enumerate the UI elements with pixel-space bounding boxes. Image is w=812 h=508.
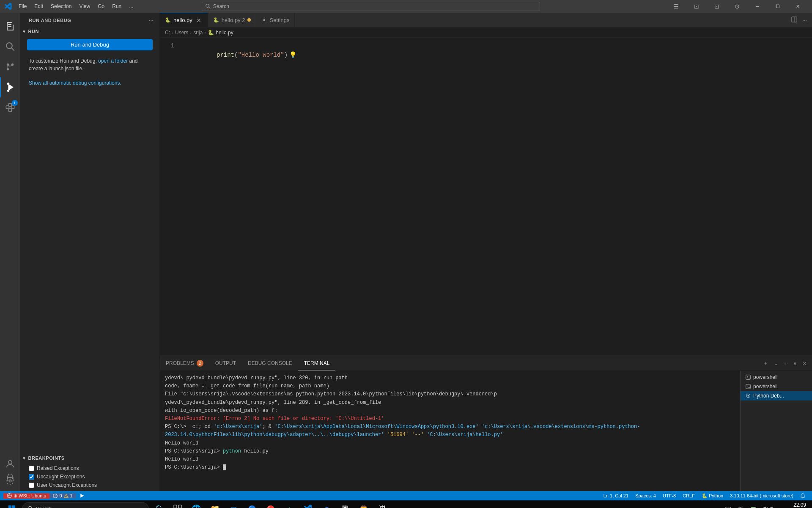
terminal-panel-powershell1[interactable]: powershell <box>741 373 812 382</box>
activity-icon-extensions[interactable]: 1 <box>0 97 20 118</box>
raised-exceptions-checkbox[interactable] <box>29 466 34 471</box>
terminal-tab-terminal[interactable]: TERMINAL <box>298 356 336 370</box>
terminal-close-button[interactable]: ✕ <box>801 359 809 368</box>
taskbar-search[interactable]: Search <box>22 502 149 508</box>
svg-point-32 <box>55 497 55 497</box>
menu-file[interactable]: File <box>15 3 30 10</box>
user-uncaught-exceptions-checkbox[interactable] <box>29 483 34 488</box>
taskbar-lang[interactable]: ENG <box>761 500 776 508</box>
tab-close-hello1[interactable]: ✕ <box>195 17 203 24</box>
menu-run[interactable]: Run <box>109 3 125 10</box>
status-notifications[interactable] <box>797 493 809 499</box>
code-content-1[interactable]: print("Hello world")💡 <box>181 41 812 69</box>
terminal-tab-problems[interactable]: PROBLEMS 2 <box>160 356 209 370</box>
breakpoints-section-header[interactable]: ▼ BREAKPOINTS <box>20 454 159 462</box>
terminal-line-3: File "c:\Users\srija\.vscode\extensions\… <box>165 390 735 398</box>
show-debug-configs-link[interactable]: Show all automatic debug configurations. <box>29 80 121 86</box>
breadcrumb-drive[interactable]: C: <box>165 30 170 36</box>
run-debug-button[interactable]: Run and Debug <box>27 39 153 50</box>
status-remote[interactable]: ⊕ WSL: Ubuntu <box>3 493 49 499</box>
layout-toggle-1[interactable]: ☰ <box>667 0 686 13</box>
main-layout: 1 RUN AND DEBUG ··· ▼ RUN Run and Debug … <box>0 13 812 491</box>
taskbar-app-mail[interactable]: ✉ <box>225 500 242 508</box>
terminal-tabs: PROBLEMS 2 OUTPUT DEBUG CONSOLE TERMINAL… <box>160 356 812 371</box>
taskbar-search-placeholder: Search <box>36 506 52 508</box>
status-errors[interactable]: 0 1 <box>49 493 76 498</box>
status-python-version[interactable]: 3.10.11 64-bit (microsoft store) <box>727 493 797 499</box>
breakpoints-section-label: BREAKPOINTS <box>28 456 64 461</box>
svg-rect-3 <box>7 22 8 30</box>
activity-icon-explorer[interactable] <box>0 16 20 36</box>
activity-icon-search[interactable] <box>0 36 20 57</box>
restore-button[interactable]: ⧠ <box>768 0 787 13</box>
breakpoints-chevron-icon: ▼ <box>22 456 26 461</box>
activity-icon-settings[interactable] <box>0 471 20 491</box>
taskbar-battery[interactable] <box>748 500 759 508</box>
menu-go[interactable]: Go <box>94 3 108 10</box>
terminal-panel-python-debug[interactable]: Python Deb... <box>741 391 812 400</box>
activity-icon-run-debug[interactable] <box>0 77 20 97</box>
layout-toggle-2[interactable]: ⊡ <box>687 0 706 13</box>
terminal-output[interactable]: ydevd\_pydevd_bundle\pydevd_runpy.py", l… <box>160 371 740 491</box>
more-options-icon[interactable]: ··· <box>148 17 154 24</box>
windows-start-button[interactable] <box>3 500 20 508</box>
menu-view[interactable]: View <box>76 3 93 10</box>
taskbar-app-taskview[interactable] <box>169 500 186 508</box>
terminal-panel-powershell2[interactable]: powershell <box>741 382 812 391</box>
breakpoint-uncaught: Uncaught Exceptions <box>20 472 159 481</box>
taskbar-app-explorer[interactable]: 📁 <box>206 500 223 508</box>
taskbar-app-chrome[interactable]: ⊕ <box>318 500 335 508</box>
split-editor-button[interactable] <box>790 15 799 25</box>
terminal-content-area: ydevd\_pydevd_bundle\pydevd_runpy.py", l… <box>160 371 812 491</box>
minimize-button[interactable]: ─ <box>748 0 767 13</box>
layout-toggle-3[interactable]: ⊡ <box>707 0 727 13</box>
taskbar-app-onenote[interactable]: 📓 <box>337 500 354 508</box>
svg-point-29 <box>748 395 749 397</box>
breadcrumb-users[interactable]: Users <box>175 30 188 36</box>
taskbar-app-pinned2[interactable]: 🔴 <box>262 500 279 508</box>
terminal-line-output1: Hello world <box>165 439 735 447</box>
titlebar-search[interactable]: Search <box>202 2 540 11</box>
menu-more[interactable]: ... <box>126 3 137 10</box>
code-bulb-icon[interactable]: 💡 <box>289 52 296 58</box>
terminal-tab-debug-console[interactable]: DEBUG CONSOLE <box>242 356 298 370</box>
run-section-header[interactable]: ▼ RUN <box>20 27 159 36</box>
terminal-more-button[interactable]: ··· <box>782 359 790 368</box>
terminal-tab-output[interactable]: OUTPUT <box>209 356 242 370</box>
tab-hello1[interactable]: 🐍 hello.py ✕ <box>160 13 208 27</box>
taskbar-app-photos[interactable]: 🖼 <box>374 500 391 508</box>
status-language[interactable]: 🐍 Python <box>698 493 727 499</box>
layout-toggle-4[interactable]: ⊙ <box>727 0 747 13</box>
taskbar-app-weather[interactable]: 🌤 <box>151 500 167 508</box>
terminal-maximize-button[interactable]: ∧ <box>791 359 799 368</box>
tab-hello2[interactable]: 🐍 hello.py 2 <box>208 13 257 27</box>
open-folder-link[interactable]: open a folder <box>98 58 128 64</box>
terminal-split-button[interactable]: ⌄ <box>772 359 780 368</box>
sidebar-header-icons: ··· <box>148 17 154 24</box>
breadcrumb-filename[interactable]: 🐍 hello.py <box>208 30 233 36</box>
status-encoding[interactable]: UTF-8 <box>659 493 679 499</box>
terminal-new-button[interactable]: ＋ <box>761 358 770 369</box>
taskbar-volume[interactable] <box>735 500 746 508</box>
status-position[interactable]: Ln 1, Col 21 <box>600 493 632 499</box>
breadcrumb-user-name[interactable]: srija <box>193 30 203 36</box>
taskbar-app-brave[interactable]: 🦁 <box>355 500 372 508</box>
code-editor[interactable]: 1 print("Hello world")💡 <box>160 38 812 356</box>
activity-icon-source-control[interactable] <box>0 57 20 77</box>
tab-settings[interactable]: Settings <box>256 13 295 27</box>
menu-edit[interactable]: Edit <box>31 3 47 10</box>
more-editor-actions-button[interactable]: ··· <box>801 15 809 25</box>
status-run-debug[interactable] <box>76 493 88 498</box>
taskbar-app-pinned1[interactable]: 🔵 <box>244 500 261 508</box>
breakpoint-raised: Raised Exceptions <box>20 464 159 472</box>
uncaught-exceptions-checkbox[interactable] <box>29 474 34 480</box>
taskbar-app-edge[interactable]: 🌐 <box>188 500 205 508</box>
status-line-ending[interactable]: CRLF <box>679 493 698 499</box>
taskbar-clock[interactable]: 22:09 22-08-2023 <box>778 500 809 508</box>
taskbar-sys-tray[interactable] <box>723 500 734 508</box>
status-spaces[interactable]: Spaces: 4 <box>632 493 659 499</box>
close-button[interactable]: ✕ <box>788 0 808 13</box>
menu-selection[interactable]: Selection <box>47 3 75 10</box>
taskbar-app-vscode[interactable] <box>299 500 316 508</box>
taskbar-app-spotify[interactable]: ♪ <box>281 500 298 508</box>
